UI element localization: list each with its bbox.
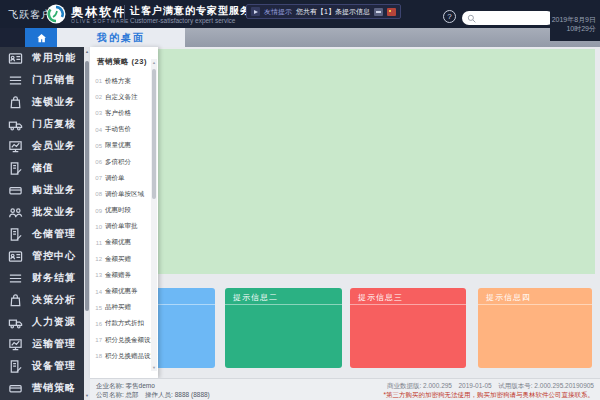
submenu-item-manual-price[interactable]: 04手动售价	[94, 122, 158, 138]
doc-edit-icon	[8, 227, 23, 242]
bag-icon	[8, 95, 23, 110]
item-label: 手动售价	[105, 125, 131, 134]
item-label: 付款方式折扣	[105, 319, 144, 328]
sidebar-item-decision-analysis[interactable]: 决策分析	[0, 289, 90, 311]
sidebar-item-stored-value[interactable]: 储值	[0, 157, 90, 179]
submenu-item-amount-coupon-gift[interactable]: 13金额赠券	[94, 267, 158, 283]
prompt-card-3[interactable]: 提示信息三	[350, 288, 466, 368]
id-card-icon	[8, 249, 23, 264]
sidebar-item-equipment[interactable]: 设备管理	[0, 355, 90, 377]
brand-slogan: 让客户满意的专家型服务	[130, 4, 251, 18]
title-bar: 飞跃客户端 奥林软件 OLIVE SOFTWARE 让客户满意的专家型服务 Cu…	[0, 0, 600, 28]
scrollbar-thumb[interactable]	[85, 61, 89, 311]
sidebar-item-label: 人力资源	[32, 315, 76, 329]
sidebar-item-purchasing[interactable]: 购进业务	[0, 179, 90, 201]
item-label: 调价单审批	[105, 222, 138, 231]
submenu-item-discount-period[interactable]: 09优惠时段	[94, 203, 158, 219]
submenu-list: 01价格方案 02自定义备注 03客户价格 04手动售价 05限量优惠 06多倍…	[90, 73, 158, 364]
search-input[interactable]	[476, 13, 551, 24]
submenu-scrollbar[interactable]: ▲ ▼	[151, 59, 157, 371]
notification-label: 友情提示	[264, 7, 292, 17]
brand-name-en: OLIVE SOFTWARE	[71, 18, 129, 24]
prompt-card-2[interactable]: 提示信息二	[225, 288, 342, 368]
home-icon	[34, 32, 49, 44]
sidebar-item-store-sales[interactable]: 门店销售	[0, 69, 90, 91]
menu-lines-icon	[8, 73, 23, 88]
home-button[interactable]	[25, 28, 57, 47]
brand-slogan-en: Customer-satisfactory expert service	[130, 17, 235, 24]
submenu-item-amount-discount[interactable]: 11金额优惠	[94, 235, 158, 251]
sidebar-item-human-resources[interactable]: 人力资源	[0, 311, 90, 333]
id-card-icon	[8, 51, 23, 66]
submenu-item-limited-offer[interactable]: 05限量优惠	[94, 138, 158, 154]
sidebar-item-member-business[interactable]: 会员业务	[0, 135, 90, 157]
submenu-item-price-adjust[interactable]: 07调价单	[94, 170, 158, 186]
scrollbar-thumb[interactable]	[152, 69, 156, 199]
item-number: 13	[94, 272, 102, 278]
item-label: 自定义备注	[105, 93, 138, 102]
search-icon	[467, 14, 476, 23]
prompt-card-title: 提示信息四	[478, 288, 592, 305]
sidebar-item-label: 常用功能	[32, 51, 76, 65]
sidebar-item-transport[interactable]: 运输管理	[0, 333, 90, 355]
sidebar-item-marketing-strategy[interactable]: 营销策略	[0, 377, 90, 399]
prompt-card-title: 提示信息三	[350, 288, 466, 305]
sidebar-item-warehouse[interactable]: 仓储管理	[0, 223, 90, 245]
sidebar-item-store-review[interactable]: 门店复核	[0, 113, 90, 135]
submenu-item-points-gift[interactable]: 18积分兑换赠品设置	[94, 348, 158, 364]
notification-message[interactable]: 您共有【1】条提示信息	[296, 7, 370, 17]
people-icon	[8, 205, 23, 220]
search-box	[462, 11, 554, 25]
submenu-item-payment-discount[interactable]: 16付款方式折扣	[94, 316, 158, 332]
submenu-item-price-plan[interactable]: 01价格方案	[94, 73, 158, 89]
collapse-icon[interactable]	[374, 8, 383, 16]
sidebar-item-chain-business[interactable]: 连锁业务	[0, 91, 90, 113]
sidebar-item-common-functions[interactable]: 常用功能	[0, 47, 90, 69]
scroll-down-icon[interactable]: ▼	[151, 365, 157, 370]
notification-bar[interactable]: 友情提示 您共有【1】条提示信息	[246, 4, 401, 19]
app-window: 飞跃客户端 奥林软件 OLIVE SOFTWARE 让客户满意的专家型服务 Cu…	[0, 0, 600, 400]
sidebar-item-label: 储值	[32, 161, 54, 175]
bag-icon	[8, 293, 23, 308]
item-number: 09	[94, 208, 102, 214]
tab-my-desktop[interactable]: 我的桌面	[57, 28, 185, 47]
sidebar-item-finance-settlement[interactable]: 财务结算	[0, 267, 90, 289]
help-icon[interactable]: ?	[443, 10, 456, 23]
sidebar-item-label: 门店复核	[32, 117, 76, 131]
item-label: 积分兑换金额设置	[105, 336, 157, 345]
sidebar-item-control-center[interactable]: 管控中心	[0, 245, 90, 267]
submenu-item-amount-gift[interactable]: 12金额买赠	[94, 251, 158, 267]
play-icon[interactable]	[251, 7, 260, 16]
item-label: 品种买赠	[105, 303, 131, 312]
prompt-panel-large[interactable]	[157, 49, 595, 274]
item-number: 17	[94, 337, 102, 343]
sidebar-item-wholesale[interactable]: 批发业务	[0, 201, 90, 223]
sidebar-item-label: 仓储管理	[32, 227, 76, 241]
scroll-up-icon[interactable]: ▲	[151, 60, 157, 65]
submenu-item-variety-gift[interactable]: 15品种买赠	[94, 300, 158, 316]
olive-software-logo-icon	[46, 4, 66, 24]
doc-edit-icon	[8, 359, 23, 374]
sidebar-item-label: 营销策略	[32, 381, 76, 395]
item-number: 08	[94, 191, 102, 197]
submenu-panel: 营销策略 (23) 01价格方案 02自定义备注 03客户价格 04手动售价 0…	[90, 47, 158, 378]
sidebar-item-label: 决策分析	[32, 293, 76, 307]
item-number: 02	[94, 94, 102, 100]
submenu-item-customer-price[interactable]: 03客户价格	[94, 105, 158, 121]
prompt-card-title: 提示信息二	[225, 288, 342, 305]
company-name: 企业名称: 零售demo	[96, 381, 210, 390]
submenu-item-multi-points[interactable]: 06多倍积分	[94, 154, 158, 170]
sidebar: 常用功能 门店销售 连锁业务 门店复核 会员业务 储值 购进业务 批发业务 仓储…	[0, 47, 90, 400]
item-label: 金额优惠	[105, 238, 131, 247]
item-number: 11	[94, 240, 102, 246]
item-label: 优惠时段	[105, 206, 131, 215]
prompt-card-4[interactable]: 提示信息四	[478, 288, 592, 368]
item-number: 01	[94, 78, 102, 84]
submenu-item-points-amount[interactable]: 17积分兑换金额设置	[94, 332, 158, 348]
submenu-item-custom-note[interactable]: 02自定义备注	[94, 89, 158, 105]
submenu-item-amount-coupon[interactable]: 14金额优惠券	[94, 283, 158, 299]
item-number: 16	[94, 321, 102, 327]
item-number: 06	[94, 159, 102, 165]
submenu-item-price-adjust-approve[interactable]: 10调价单审批	[94, 219, 158, 235]
submenu-item-price-adjust-region[interactable]: 08调价单按区域	[94, 186, 158, 202]
